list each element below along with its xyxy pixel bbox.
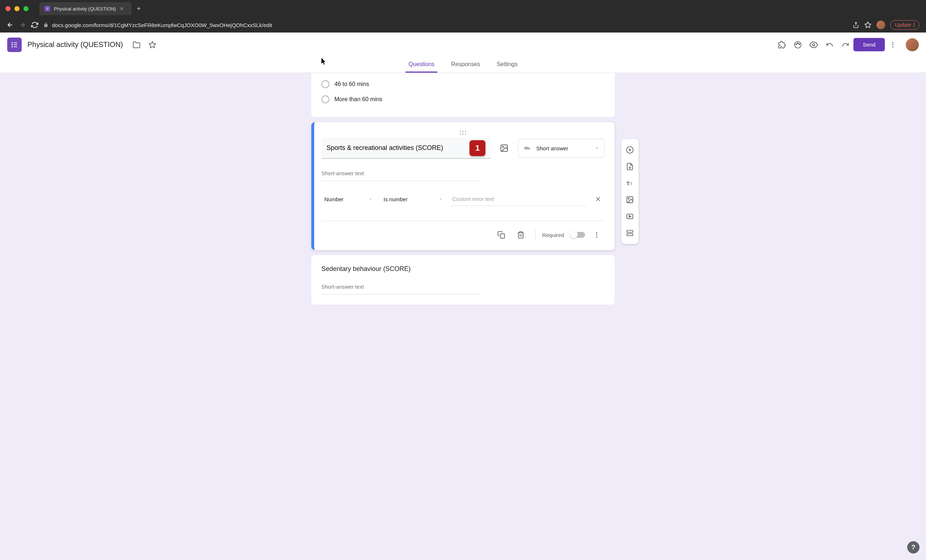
- help-button[interactable]: ?: [907, 541, 920, 554]
- update-button[interactable]: Update: [890, 20, 920, 30]
- tab-questions[interactable]: Questions: [406, 57, 437, 73]
- import-questions-icon[interactable]: [623, 159, 637, 174]
- short-answer-placeholder: Short-answer text: [321, 279, 480, 294]
- radio-circle: [321, 80, 329, 88]
- add-section-icon[interactable]: [623, 226, 637, 240]
- svg-text:T: T: [630, 182, 632, 186]
- radio-option[interactable]: 46 to 60 mins: [321, 77, 605, 92]
- drag-handle[interactable]: [321, 129, 605, 138]
- svg-point-21: [502, 146, 504, 147]
- delete-icon[interactable]: [513, 227, 529, 243]
- svg-rect-24: [500, 234, 505, 238]
- bookmark-icon[interactable]: [864, 21, 872, 29]
- add-title-icon[interactable]: TT: [623, 176, 637, 191]
- svg-point-13: [796, 44, 797, 45]
- chevron-down-icon: [595, 146, 599, 150]
- svg-point-17: [892, 42, 893, 43]
- svg-point-4: [914, 24, 915, 26]
- short-answer-icon: [523, 144, 531, 152]
- required-toggle[interactable]: [570, 232, 585, 238]
- svg-rect-11: [14, 46, 17, 47]
- svg-point-3: [914, 23, 915, 24]
- question-more-icon[interactable]: [589, 227, 605, 243]
- svg-point-16: [813, 44, 815, 46]
- forward-button[interactable]: [19, 21, 26, 29]
- close-window-button[interactable]: [5, 6, 11, 11]
- new-tab-button[interactable]: +: [137, 5, 141, 13]
- question-type-dropdown[interactable]: Short answer: [518, 139, 605, 157]
- radio-option[interactable]: More than 60 mins: [321, 92, 605, 107]
- duplicate-icon[interactable]: [493, 227, 509, 243]
- validation-type-dropdown[interactable]: Number: [321, 192, 375, 206]
- svg-point-5: [914, 26, 915, 27]
- step-badge: 1: [469, 140, 486, 156]
- svg-point-14: [797, 42, 799, 44]
- validation-condition-dropdown[interactable]: Is number: [381, 192, 446, 206]
- undo-icon[interactable]: [822, 37, 838, 53]
- browser-tab[interactable]: Physical activity (QUESTION) ✕: [39, 2, 132, 15]
- svg-point-8: [12, 44, 13, 45]
- browser-profile-avatar[interactable]: [876, 21, 885, 29]
- radio-circle: [321, 95, 329, 103]
- preview-icon[interactable]: [806, 37, 822, 53]
- svg-rect-0: [46, 8, 49, 8]
- svg-rect-23: [524, 148, 531, 149]
- form-title[interactable]: Physical activity (QUESTION): [27, 41, 123, 49]
- svg-point-18: [892, 44, 893, 45]
- previous-question-card[interactable]: 46 to 60 mins More than 60 mins: [311, 73, 615, 117]
- next-question-card[interactable]: Sedentary behaviour (SCORE) Short-answer…: [311, 255, 615, 304]
- tab-responses[interactable]: Responses: [448, 57, 483, 73]
- type-label: Short answer: [536, 145, 590, 151]
- add-video-icon[interactable]: [623, 209, 637, 224]
- svg-rect-7: [14, 42, 17, 43]
- close-tab-button[interactable]: ✕: [120, 6, 124, 12]
- svg-rect-35: [627, 234, 633, 236]
- add-question-icon[interactable]: [623, 143, 637, 157]
- active-question-card[interactable]: 1 Short answer Short-answer text Number: [311, 122, 615, 250]
- forms-favicon: [44, 6, 50, 12]
- svg-point-6: [12, 42, 13, 43]
- star-icon[interactable]: [144, 37, 160, 53]
- maximize-window-button[interactable]: [23, 6, 29, 11]
- url-text[interactable]: docs.google.com/forms/d/1CgMYzcSeFR8eKum…: [52, 22, 272, 28]
- folder-icon[interactable]: [129, 37, 144, 53]
- send-button[interactable]: Send: [853, 38, 885, 51]
- minimize-window-button[interactable]: [14, 6, 20, 11]
- forms-logo[interactable]: [7, 38, 22, 52]
- more-icon[interactable]: [885, 37, 901, 53]
- required-label: Required: [542, 232, 564, 238]
- chevron-down-icon: [368, 197, 373, 201]
- redo-icon[interactable]: [838, 37, 853, 53]
- svg-point-32: [628, 198, 629, 199]
- svg-rect-22: [524, 147, 529, 148]
- tab-settings[interactable]: Settings: [494, 57, 520, 73]
- add-image-icon[interactable]: [496, 140, 512, 156]
- reload-button[interactable]: [31, 21, 38, 29]
- form-canvas: 46 to 60 mins More than 60 mins 1 Short …: [0, 73, 926, 560]
- browser-chrome: Physical activity (QUESTION) ✕ + docs.go…: [0, 0, 926, 33]
- addons-icon[interactable]: [774, 37, 790, 53]
- svg-point-10: [12, 46, 13, 47]
- palette-icon[interactable]: [790, 37, 806, 53]
- svg-rect-9: [14, 44, 17, 45]
- svg-point-15: [799, 44, 800, 45]
- svg-point-27: [596, 236, 597, 238]
- user-avatar[interactable]: [906, 38, 919, 51]
- back-button[interactable]: [6, 21, 14, 29]
- svg-point-19: [892, 46, 893, 47]
- floating-toolbar: TT: [621, 139, 639, 244]
- custom-error-text-input[interactable]: [451, 192, 587, 206]
- svg-rect-34: [627, 230, 633, 233]
- radio-label: More than 60 mins: [334, 96, 383, 103]
- svg-rect-2: [46, 9, 49, 10]
- svg-rect-1: [46, 9, 49, 9]
- remove-validation-icon[interactable]: [592, 192, 605, 206]
- add-image-toolbar-icon[interactable]: [623, 192, 637, 207]
- share-icon[interactable]: [853, 22, 859, 28]
- chevron-down-icon: [439, 197, 443, 201]
- window-controls: [5, 6, 29, 11]
- question-title-input[interactable]: [321, 138, 490, 159]
- lock-icon: [43, 23, 48, 27]
- question-title: Sedentary behaviour (SCORE): [321, 265, 605, 273]
- svg-point-25: [596, 232, 597, 233]
